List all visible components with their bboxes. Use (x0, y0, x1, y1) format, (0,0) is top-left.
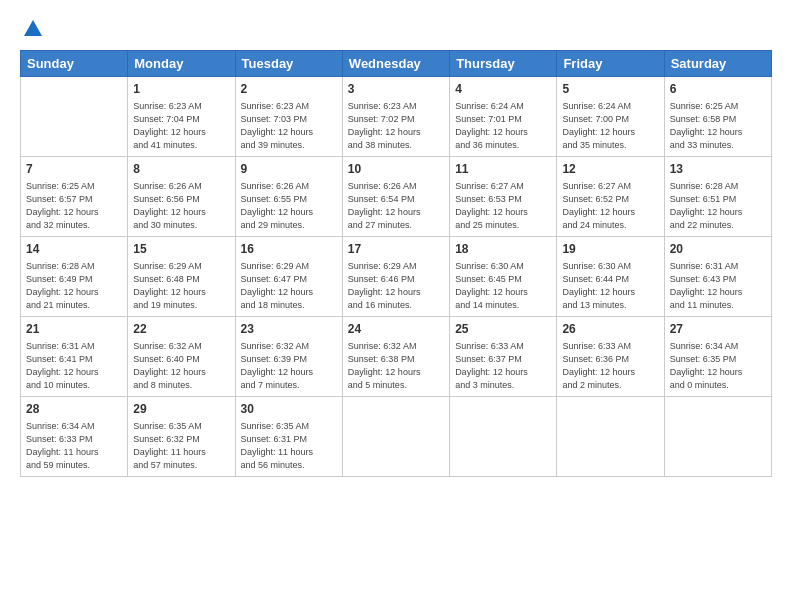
day-info: Sunrise: 6:29 AM Sunset: 6:46 PM Dayligh… (348, 260, 444, 312)
day-number: 18 (455, 241, 551, 258)
calendar-cell: 13Sunrise: 6:28 AM Sunset: 6:51 PM Dayli… (664, 156, 771, 236)
day-info: Sunrise: 6:26 AM Sunset: 6:55 PM Dayligh… (241, 180, 337, 232)
calendar-cell (664, 396, 771, 476)
day-info: Sunrise: 6:23 AM Sunset: 7:04 PM Dayligh… (133, 100, 229, 152)
calendar-cell: 18Sunrise: 6:30 AM Sunset: 6:45 PM Dayli… (450, 236, 557, 316)
calendar-cell (21, 77, 128, 157)
calendar-cell: 17Sunrise: 6:29 AM Sunset: 6:46 PM Dayli… (342, 236, 449, 316)
calendar-cell: 28Sunrise: 6:34 AM Sunset: 6:33 PM Dayli… (21, 396, 128, 476)
calendar-cell: 9Sunrise: 6:26 AM Sunset: 6:55 PM Daylig… (235, 156, 342, 236)
page: SundayMondayTuesdayWednesdayThursdayFrid… (0, 0, 792, 612)
logo (20, 18, 44, 40)
day-info: Sunrise: 6:30 AM Sunset: 6:44 PM Dayligh… (562, 260, 658, 312)
calendar-cell: 8Sunrise: 6:26 AM Sunset: 6:56 PM Daylig… (128, 156, 235, 236)
weekday-header-thursday: Thursday (450, 51, 557, 77)
day-number: 9 (241, 161, 337, 178)
day-info: Sunrise: 6:25 AM Sunset: 6:58 PM Dayligh… (670, 100, 766, 152)
day-number: 22 (133, 321, 229, 338)
day-number: 1 (133, 81, 229, 98)
calendar-cell: 19Sunrise: 6:30 AM Sunset: 6:44 PM Dayli… (557, 236, 664, 316)
day-number: 17 (348, 241, 444, 258)
calendar-cell: 24Sunrise: 6:32 AM Sunset: 6:38 PM Dayli… (342, 316, 449, 396)
day-number: 21 (26, 321, 122, 338)
day-info: Sunrise: 6:27 AM Sunset: 6:53 PM Dayligh… (455, 180, 551, 232)
day-number: 16 (241, 241, 337, 258)
week-row-3: 21Sunrise: 6:31 AM Sunset: 6:41 PM Dayli… (21, 316, 772, 396)
weekday-header-row: SundayMondayTuesdayWednesdayThursdayFrid… (21, 51, 772, 77)
week-row-1: 7Sunrise: 6:25 AM Sunset: 6:57 PM Daylig… (21, 156, 772, 236)
calendar-cell: 22Sunrise: 6:32 AM Sunset: 6:40 PM Dayli… (128, 316, 235, 396)
calendar-cell: 3Sunrise: 6:23 AM Sunset: 7:02 PM Daylig… (342, 77, 449, 157)
day-info: Sunrise: 6:32 AM Sunset: 6:40 PM Dayligh… (133, 340, 229, 392)
calendar-cell: 15Sunrise: 6:29 AM Sunset: 6:48 PM Dayli… (128, 236, 235, 316)
day-number: 14 (26, 241, 122, 258)
calendar-cell: 30Sunrise: 6:35 AM Sunset: 6:31 PM Dayli… (235, 396, 342, 476)
day-info: Sunrise: 6:32 AM Sunset: 6:39 PM Dayligh… (241, 340, 337, 392)
calendar-cell: 11Sunrise: 6:27 AM Sunset: 6:53 PM Dayli… (450, 156, 557, 236)
calendar-cell: 14Sunrise: 6:28 AM Sunset: 6:49 PM Dayli… (21, 236, 128, 316)
day-number: 8 (133, 161, 229, 178)
day-number: 5 (562, 81, 658, 98)
svg-marker-0 (24, 20, 42, 36)
day-number: 4 (455, 81, 551, 98)
day-info: Sunrise: 6:24 AM Sunset: 7:00 PM Dayligh… (562, 100, 658, 152)
day-info: Sunrise: 6:23 AM Sunset: 7:02 PM Dayligh… (348, 100, 444, 152)
calendar-cell: 16Sunrise: 6:29 AM Sunset: 6:47 PM Dayli… (235, 236, 342, 316)
day-number: 30 (241, 401, 337, 418)
calendar-cell: 4Sunrise: 6:24 AM Sunset: 7:01 PM Daylig… (450, 77, 557, 157)
day-number: 12 (562, 161, 658, 178)
day-info: Sunrise: 6:33 AM Sunset: 6:37 PM Dayligh… (455, 340, 551, 392)
calendar-cell: 25Sunrise: 6:33 AM Sunset: 6:37 PM Dayli… (450, 316, 557, 396)
weekday-header-friday: Friday (557, 51, 664, 77)
day-info: Sunrise: 6:27 AM Sunset: 6:52 PM Dayligh… (562, 180, 658, 232)
day-info: Sunrise: 6:26 AM Sunset: 6:56 PM Dayligh… (133, 180, 229, 232)
day-info: Sunrise: 6:31 AM Sunset: 6:43 PM Dayligh… (670, 260, 766, 312)
day-number: 13 (670, 161, 766, 178)
day-info: Sunrise: 6:35 AM Sunset: 6:31 PM Dayligh… (241, 420, 337, 472)
weekday-header-monday: Monday (128, 51, 235, 77)
day-info: Sunrise: 6:23 AM Sunset: 7:03 PM Dayligh… (241, 100, 337, 152)
calendar-cell: 23Sunrise: 6:32 AM Sunset: 6:39 PM Dayli… (235, 316, 342, 396)
calendar-cell: 21Sunrise: 6:31 AM Sunset: 6:41 PM Dayli… (21, 316, 128, 396)
day-info: Sunrise: 6:25 AM Sunset: 6:57 PM Dayligh… (26, 180, 122, 232)
week-row-0: 1Sunrise: 6:23 AM Sunset: 7:04 PM Daylig… (21, 77, 772, 157)
calendar-cell: 7Sunrise: 6:25 AM Sunset: 6:57 PM Daylig… (21, 156, 128, 236)
day-number: 7 (26, 161, 122, 178)
day-number: 11 (455, 161, 551, 178)
day-number: 6 (670, 81, 766, 98)
day-info: Sunrise: 6:34 AM Sunset: 6:33 PM Dayligh… (26, 420, 122, 472)
day-number: 23 (241, 321, 337, 338)
day-number: 2 (241, 81, 337, 98)
calendar-cell: 2Sunrise: 6:23 AM Sunset: 7:03 PM Daylig… (235, 77, 342, 157)
day-number: 29 (133, 401, 229, 418)
day-number: 28 (26, 401, 122, 418)
day-info: Sunrise: 6:34 AM Sunset: 6:35 PM Dayligh… (670, 340, 766, 392)
calendar-cell: 6Sunrise: 6:25 AM Sunset: 6:58 PM Daylig… (664, 77, 771, 157)
day-info: Sunrise: 6:29 AM Sunset: 6:48 PM Dayligh… (133, 260, 229, 312)
calendar-cell: 29Sunrise: 6:35 AM Sunset: 6:32 PM Dayli… (128, 396, 235, 476)
day-info: Sunrise: 6:35 AM Sunset: 6:32 PM Dayligh… (133, 420, 229, 472)
day-info: Sunrise: 6:24 AM Sunset: 7:01 PM Dayligh… (455, 100, 551, 152)
header (20, 18, 772, 40)
day-number: 3 (348, 81, 444, 98)
day-info: Sunrise: 6:33 AM Sunset: 6:36 PM Dayligh… (562, 340, 658, 392)
day-number: 25 (455, 321, 551, 338)
calendar-cell: 5Sunrise: 6:24 AM Sunset: 7:00 PM Daylig… (557, 77, 664, 157)
weekday-header-wednesday: Wednesday (342, 51, 449, 77)
calendar-cell: 10Sunrise: 6:26 AM Sunset: 6:54 PM Dayli… (342, 156, 449, 236)
logo-icon (22, 18, 44, 40)
day-info: Sunrise: 6:30 AM Sunset: 6:45 PM Dayligh… (455, 260, 551, 312)
day-info: Sunrise: 6:28 AM Sunset: 6:49 PM Dayligh… (26, 260, 122, 312)
day-info: Sunrise: 6:29 AM Sunset: 6:47 PM Dayligh… (241, 260, 337, 312)
calendar-cell (450, 396, 557, 476)
day-number: 19 (562, 241, 658, 258)
calendar-cell: 12Sunrise: 6:27 AM Sunset: 6:52 PM Dayli… (557, 156, 664, 236)
calendar-cell (557, 396, 664, 476)
week-row-2: 14Sunrise: 6:28 AM Sunset: 6:49 PM Dayli… (21, 236, 772, 316)
day-info: Sunrise: 6:32 AM Sunset: 6:38 PM Dayligh… (348, 340, 444, 392)
calendar-cell (342, 396, 449, 476)
weekday-header-sunday: Sunday (21, 51, 128, 77)
calendar-cell: 1Sunrise: 6:23 AM Sunset: 7:04 PM Daylig… (128, 77, 235, 157)
week-row-4: 28Sunrise: 6:34 AM Sunset: 6:33 PM Dayli… (21, 396, 772, 476)
day-number: 27 (670, 321, 766, 338)
